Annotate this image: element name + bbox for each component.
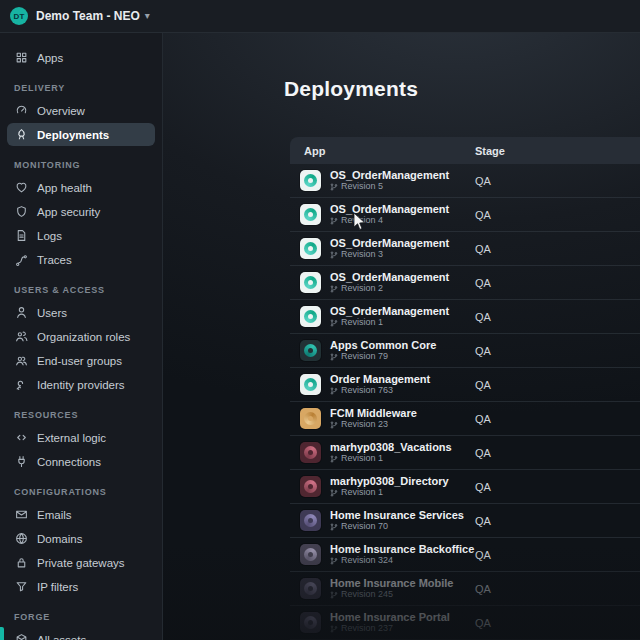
sidebar-item-domains[interactable]: Domains [7,527,155,550]
team-name: Demo Team - NEO [36,9,140,23]
app-layout: AppsDELIVERYOverviewDeploymentsMONITORIN… [0,33,640,640]
sidebar-item-external-logic[interactable]: External logic [7,426,155,449]
table-row[interactable]: OS_OrderManagementRevision 1QA [290,300,640,334]
app-name: marhyp0308_Vacations [330,441,452,454]
sidebar-item-identity-providers[interactable]: Identity providers [7,373,155,396]
sidebar-scroll-indicator[interactable] [0,627,4,640]
revision-branch-icon [330,557,338,565]
sidebar-item-connections[interactable]: Connections [7,450,155,473]
sidebar-item-traces[interactable]: Traces [7,248,155,271]
team-switcher[interactable]: Demo Team - NEO ▾ [36,9,150,23]
table-row[interactable]: Home Insurance BackofficeRevision 324QA [290,538,640,572]
app-logo-icon [300,408,321,429]
stage-value: QA [475,413,491,425]
sidebar-item-all-assets[interactable]: All assets [7,628,155,640]
app-revision: Revision 245 [330,590,453,600]
sidebar-item-label: External logic [37,432,106,444]
stage-value: QA [475,549,491,561]
stage-value: QA [475,277,491,289]
app-name: OS_OrderManagement [330,203,449,216]
sidebar-item-ip-filters[interactable]: IP filters [7,575,155,598]
app-revision: Revision 4 [330,216,449,226]
sidebar-item-label: Deployments [37,129,109,141]
page-title: Deployments [284,77,418,101]
table-row[interactable]: Order ManagementRevision 763QA [290,368,640,402]
private-gateways-icon [15,556,28,569]
table-row[interactable]: marhyp0308_VacationsRevision 1QA [290,436,640,470]
stage-value: QA [475,175,491,187]
sidebar-item-users[interactable]: Users [7,301,155,324]
stage-value: QA [475,617,491,629]
sidebar-section-header: USERS & ACCESS [0,272,162,300]
table-row[interactable]: Home Insurance ServicesRevision 70QA [290,504,640,538]
emails-icon [15,508,28,521]
sidebar-item-label: Connections [37,456,101,468]
sidebar-item-end-user-groups[interactable]: End-user groups [7,349,155,372]
table-row[interactable]: Home Insurance MobileRevision 245QA [290,572,640,606]
sidebar-item-label: Logs [37,230,62,242]
sidebar-item-app-security[interactable]: App security [7,200,155,223]
app-cell: OS_OrderManagementRevision 1 [330,305,449,329]
connections-icon [15,455,28,468]
sidebar-item-private-gateways[interactable]: Private gateways [7,551,155,574]
sidebar-item-deployments[interactable]: Deployments [7,123,155,146]
app-cell: Home Insurance ServicesRevision 70 [330,509,464,533]
sidebar-item-organization-roles[interactable]: Organization roles [7,325,155,348]
table-row[interactable]: marhyp0308_DirectoryRevision 1QA [290,470,640,504]
app-logo-icon [300,544,321,565]
app-cell: Home Insurance PortalRevision 237 [330,611,450,635]
app-logo-icon [300,476,321,497]
app-revision: Revision 70 [330,522,464,532]
sidebar-item-label: Domains [37,533,82,545]
sidebar-item-emails[interactable]: Emails [7,503,155,526]
sidebar-item-label: Emails [37,509,72,521]
stage-value: QA [475,243,491,255]
stage-value: QA [475,515,491,527]
sidebar-item-label: All assets [37,634,86,640]
table-row[interactable]: OS_OrderManagementRevision 3QA [290,232,640,266]
revision-branch-icon [330,183,338,191]
app-logo-icon [300,272,321,293]
app-logo-icon [300,170,321,191]
app-cell: marhyp0308_DirectoryRevision 1 [330,475,449,499]
app-revision: Revision 2 [330,284,449,294]
sidebar-item-label: App health [37,182,92,194]
app-logo-icon [300,238,321,259]
app-revision: Revision 3 [330,250,449,260]
app-revision: Revision 5 [330,182,449,192]
app-revision: Revision 237 [330,624,450,634]
app-name: marhyp0308_Directory [330,475,449,488]
traces-icon [15,253,28,266]
team-avatar[interactable]: DT [10,7,28,25]
table-row[interactable]: Apps Common CoreRevision 79QA [290,334,640,368]
app-name: OS_OrderManagement [330,271,449,284]
table-row[interactable]: OS_OrderManagementRevision 5QA [290,164,640,198]
app-cell: OS_OrderManagementRevision 2 [330,271,449,295]
app-revision: Revision 763 [330,386,430,396]
main-content: Deployments App Stage OS_OrderManagement… [163,33,640,640]
sidebar-item-app-health[interactable]: App health [7,176,155,199]
logs-icon [15,229,28,242]
column-header-app: App [290,145,325,157]
revision-branch-icon [330,387,338,395]
sidebar-item-label: App security [37,206,100,218]
table-row[interactable]: FCM MiddlewareRevision 23QA [290,402,640,436]
table-row[interactable]: OS_OrderManagementRevision 4QA [290,198,640,232]
revision-branch-icon [330,489,338,497]
sidebar-item-label: Traces [37,254,72,266]
sidebar-item-label: Overview [37,105,85,117]
revision-branch-icon [330,523,338,531]
app-revision: Revision 23 [330,420,417,430]
app-name: Apps Common Core [330,339,436,352]
sidebar-item-logs[interactable]: Logs [7,224,155,247]
app-cell: OS_OrderManagementRevision 5 [330,169,449,193]
sidebar-item-apps[interactable]: Apps [7,46,155,69]
sidebar-item-overview[interactable]: Overview [7,99,155,122]
table-row[interactable]: Home Insurance PortalRevision 237QA [290,606,640,640]
app-cell: Apps Common CoreRevision 79 [330,339,436,363]
column-header-stage: Stage [475,145,505,157]
app-cell: FCM MiddlewareRevision 23 [330,407,417,431]
sidebar-section-header: MONITORING [0,147,162,175]
table-row[interactable]: OS_OrderManagementRevision 2QA [290,266,640,300]
deployments-table-body: OS_OrderManagementRevision 5QAOS_OrderMa… [290,164,640,640]
